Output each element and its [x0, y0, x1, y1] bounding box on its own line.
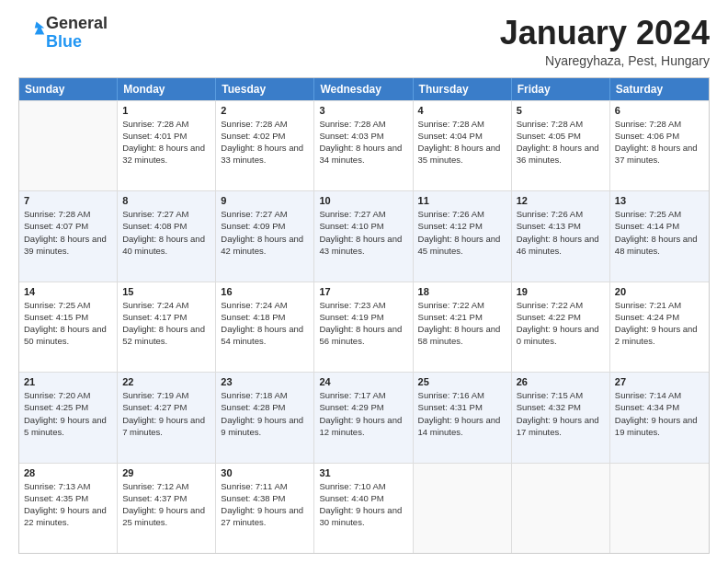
sunrise-text: Sunrise: 7:21 AM	[615, 299, 704, 311]
day-number: 11	[418, 195, 506, 206]
day-number: 22	[122, 376, 210, 387]
sunrise-text: Sunrise: 7:18 AM	[221, 389, 309, 401]
day-number: 10	[319, 195, 407, 206]
sunrise-text: Sunrise: 7:16 AM	[418, 389, 506, 401]
calendar-cell: 27Sunrise: 7:14 AMSunset: 4:34 PMDayligh…	[610, 373, 709, 462]
sunrise-text: Sunrise: 7:24 AM	[221, 299, 309, 311]
sunrise-text: Sunrise: 7:14 AM	[615, 389, 704, 401]
calendar-header-cell: Thursday	[414, 78, 512, 100]
day-number: 5	[517, 105, 605, 116]
daylight-text: Daylight: 8 hours and 45 minutes.	[418, 233, 506, 258]
calendar-cell: 23Sunrise: 7:18 AMSunset: 4:28 PMDayligh…	[216, 373, 314, 462]
sunrise-text: Sunrise: 7:15 AM	[517, 389, 605, 401]
calendar-week-row: 21Sunrise: 7:20 AMSunset: 4:25 PMDayligh…	[19, 372, 709, 462]
sunrise-text: Sunrise: 7:27 AM	[221, 208, 309, 220]
daylight-text: Daylight: 8 hours and 34 minutes.	[319, 142, 407, 167]
sunrise-text: Sunrise: 7:22 AM	[517, 299, 605, 311]
sunset-text: Sunset: 4:29 PM	[319, 401, 407, 413]
sunset-text: Sunset: 4:17 PM	[122, 311, 210, 323]
daylight-text: Daylight: 9 hours and 5 minutes.	[24, 414, 112, 439]
sunrise-text: Sunrise: 7:28 AM	[221, 118, 309, 130]
sunrise-text: Sunrise: 7:19 AM	[122, 389, 210, 401]
day-number: 13	[615, 195, 704, 206]
day-number: 7	[24, 195, 112, 206]
sunset-text: Sunset: 4:38 PM	[221, 492, 309, 504]
day-number: 28	[24, 467, 112, 478]
calendar-cell: 28Sunrise: 7:13 AMSunset: 4:35 PMDayligh…	[19, 464, 118, 553]
day-number: 16	[221, 286, 309, 297]
sunset-text: Sunset: 4:08 PM	[122, 220, 210, 232]
logo-text: General Blue	[46, 15, 108, 52]
sunrise-text: Sunrise: 7:23 AM	[319, 299, 407, 311]
calendar-cell: 10Sunrise: 7:27 AMSunset: 4:10 PMDayligh…	[314, 191, 413, 281]
daylight-text: Daylight: 8 hours and 42 minutes.	[221, 233, 309, 258]
day-number: 6	[615, 105, 704, 116]
daylight-text: Daylight: 9 hours and 19 minutes.	[615, 414, 704, 439]
sunrise-text: Sunrise: 7:26 AM	[517, 208, 605, 220]
daylight-text: Daylight: 8 hours and 36 minutes.	[517, 142, 605, 167]
sunset-text: Sunset: 4:12 PM	[418, 220, 506, 232]
daylight-text: Daylight: 8 hours and 50 minutes.	[24, 323, 112, 348]
calendar-cell: 2Sunrise: 7:28 AMSunset: 4:02 PMDaylight…	[216, 101, 314, 190]
daylight-text: Daylight: 8 hours and 33 minutes.	[221, 142, 309, 167]
sunset-text: Sunset: 4:24 PM	[615, 311, 704, 323]
daylight-text: Daylight: 9 hours and 9 minutes.	[221, 414, 309, 439]
title-block: January 2024 Nyaregyhaza, Pest, Hungary	[500, 15, 710, 68]
sunrise-text: Sunrise: 7:27 AM	[319, 208, 407, 220]
day-number: 25	[418, 376, 506, 387]
sunrise-text: Sunrise: 7:20 AM	[24, 389, 112, 401]
month-title: January 2024	[500, 15, 710, 52]
sunset-text: Sunset: 4:35 PM	[24, 492, 112, 504]
location: Nyaregyhaza, Pest, Hungary	[500, 53, 710, 68]
daylight-text: Daylight: 8 hours and 52 minutes.	[122, 323, 210, 348]
calendar-cell: 15Sunrise: 7:24 AMSunset: 4:17 PMDayligh…	[118, 282, 216, 372]
calendar-cell: 3Sunrise: 7:28 AMSunset: 4:03 PMDaylight…	[314, 101, 413, 190]
sunset-text: Sunset: 4:18 PM	[221, 311, 309, 323]
day-number: 27	[615, 376, 704, 387]
calendar-cell: 31Sunrise: 7:10 AMSunset: 4:40 PMDayligh…	[314, 464, 413, 553]
calendar-header-row: SundayMondayTuesdayWednesdayThursdayFrid…	[19, 78, 709, 100]
day-number: 1	[122, 105, 210, 116]
sunset-text: Sunset: 4:27 PM	[122, 401, 210, 413]
sunset-text: Sunset: 4:02 PM	[221, 130, 309, 142]
day-number: 19	[517, 286, 605, 297]
sunset-text: Sunset: 4:15 PM	[24, 311, 112, 323]
day-number: 26	[517, 376, 605, 387]
daylight-text: Daylight: 8 hours and 58 minutes.	[418, 323, 506, 348]
sunset-text: Sunset: 4:25 PM	[24, 401, 112, 413]
sunrise-text: Sunrise: 7:26 AM	[418, 208, 506, 220]
daylight-text: Daylight: 9 hours and 17 minutes.	[517, 414, 605, 439]
sunrise-text: Sunrise: 7:28 AM	[418, 118, 506, 130]
calendar-week-row: 1Sunrise: 7:28 AMSunset: 4:01 PMDaylight…	[19, 100, 709, 190]
calendar-cell: 19Sunrise: 7:22 AMSunset: 4:22 PMDayligh…	[512, 282, 610, 372]
calendar-cell: 7Sunrise: 7:28 AMSunset: 4:07 PMDaylight…	[19, 191, 118, 281]
day-number: 14	[24, 286, 112, 297]
sunset-text: Sunset: 4:04 PM	[418, 130, 506, 142]
daylight-text: Daylight: 9 hours and 14 minutes.	[418, 414, 506, 439]
day-number: 17	[319, 286, 407, 297]
sunrise-text: Sunrise: 7:22 AM	[418, 299, 506, 311]
daylight-text: Daylight: 8 hours and 39 minutes.	[24, 233, 112, 258]
calendar-cell	[512, 464, 610, 553]
daylight-text: Daylight: 8 hours and 46 minutes.	[517, 233, 605, 258]
daylight-text: Daylight: 8 hours and 43 minutes.	[319, 233, 407, 258]
calendar-header-cell: Friday	[512, 78, 610, 100]
daylight-text: Daylight: 9 hours and 7 minutes.	[122, 414, 210, 439]
calendar-cell: 26Sunrise: 7:15 AMSunset: 4:32 PMDayligh…	[512, 373, 610, 462]
calendar-cell: 11Sunrise: 7:26 AMSunset: 4:12 PMDayligh…	[414, 191, 512, 281]
sunset-text: Sunset: 4:01 PM	[122, 130, 210, 142]
sunset-text: Sunset: 4:34 PM	[615, 401, 704, 413]
page: General Blue January 2024 Nyaregyhaza, P…	[0, 0, 728, 563]
logo-icon	[20, 18, 46, 44]
logo-blue-text: Blue	[46, 32, 82, 51]
sunrise-text: Sunrise: 7:13 AM	[24, 480, 112, 492]
day-number: 21	[24, 376, 112, 387]
calendar-cell: 12Sunrise: 7:26 AMSunset: 4:13 PMDayligh…	[512, 191, 610, 281]
sunset-text: Sunset: 4:13 PM	[517, 220, 605, 232]
calendar-header-cell: Monday	[118, 78, 216, 100]
calendar-cell	[610, 464, 709, 553]
daylight-text: Daylight: 9 hours and 0 minutes.	[517, 323, 605, 348]
sunrise-text: Sunrise: 7:12 AM	[122, 480, 210, 492]
sunrise-text: Sunrise: 7:25 AM	[615, 208, 704, 220]
day-number: 23	[221, 376, 309, 387]
